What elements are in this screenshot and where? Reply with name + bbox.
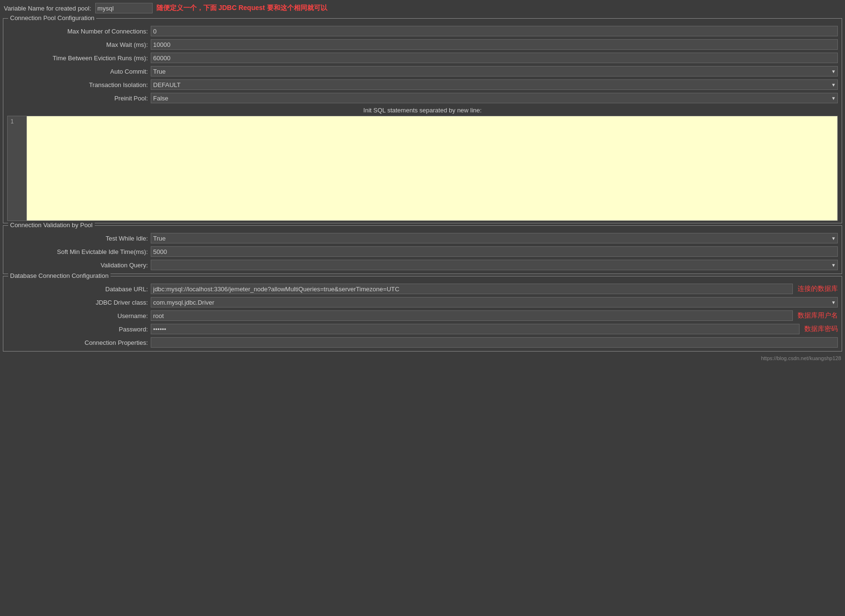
username-row: Username: 数据库用户名 [3, 309, 842, 322]
connection-validation-section: Connection Validation by Pool Test While… [3, 225, 842, 274]
validation-query-select[interactable] [151, 260, 838, 270]
transaction-row: Transaction Isolation: DEFAULT TRANSACTI… [3, 78, 842, 91]
test-idle-select-wrapper: True False ▼ [151, 233, 838, 243]
test-idle-row: Test While Idle: True False ▼ [3, 231, 842, 245]
max-connections-label: Max Number of Connections: [7, 28, 151, 35]
sql-editor-textarea[interactable] [27, 116, 837, 220]
connection-pool-title: Connection Pool Configuration [8, 14, 96, 22]
validation-query-select-wrapper: ▼ [151, 260, 838, 270]
connection-props-row: Connection Properties: [3, 336, 842, 349]
db-url-annotation: 连接的数据库 [798, 285, 838, 293]
username-annotation: 数据库用户名 [798, 311, 838, 320]
max-connections-input[interactable] [151, 26, 838, 36]
jdbc-driver-select[interactable]: com.mysql.jdbc.Driver org.postgresql.Dri… [151, 297, 838, 308]
connection-props-label: Connection Properties: [7, 339, 151, 346]
footer-bar: https://blog.csdn.net/kuangshp128 [0, 353, 845, 363]
database-config-title: Database Connection Configuration [8, 272, 111, 279]
db-url-row: Database URL: 连接的数据库 [3, 282, 842, 296]
max-connections-row: Max Number of Connections: [3, 24, 842, 38]
footer-url: https://blog.csdn.net/kuangshp128 [761, 355, 841, 361]
variable-name-label: Variable Name for created pool: [4, 5, 91, 12]
preinit-select[interactable]: False True [151, 93, 838, 103]
max-wait-label: Max Wait (ms): [7, 41, 151, 48]
sql-editor-container: 1 [7, 116, 838, 221]
validation-query-label: Validation Query: [7, 262, 151, 269]
variable-name-input[interactable] [95, 3, 153, 13]
jdbc-driver-row: JDBC Driver class: com.mysql.jdbc.Driver… [3, 296, 842, 309]
db-url-input[interactable] [151, 284, 793, 294]
main-container: Variable Name for created pool: 随便定义一个，下… [0, 0, 845, 616]
password-annotation: 数据库密码 [804, 325, 838, 333]
max-wait-row: Max Wait (ms): [3, 38, 842, 51]
max-wait-input[interactable] [151, 39, 838, 50]
password-label: Password: [7, 326, 151, 333]
variable-name-annotation: 随便定义一个，下面 JDBC Request 要和这个相同就可以 [156, 4, 327, 12]
line-number-1: 1 [11, 118, 23, 125]
init-sql-label: Init SQL statements separated by new lin… [3, 105, 842, 116]
line-numbers: 1 [8, 116, 27, 220]
transaction-select[interactable]: DEFAULT TRANSACTION_READ_UNCOMMITTED TRA… [151, 79, 838, 90]
soft-min-label: Soft Min Evictable Idle Time(ms): [7, 248, 151, 255]
preinit-select-wrapper: False True ▼ [151, 93, 838, 103]
jdbc-driver-select-wrapper: com.mysql.jdbc.Driver org.postgresql.Dri… [151, 297, 838, 308]
transaction-select-wrapper: DEFAULT TRANSACTION_READ_UNCOMMITTED TRA… [151, 79, 838, 90]
auto-commit-select-wrapper: True False ▼ [151, 66, 838, 77]
auto-commit-label: Auto Commit: [7, 68, 151, 75]
test-idle-label: Test While Idle: [7, 235, 151, 242]
password-input[interactable] [151, 324, 800, 334]
username-label: Username: [7, 312, 151, 319]
database-config-section: Database Connection Configuration Databa… [3, 276, 842, 352]
variable-name-row: Variable Name for created pool: 随便定义一个，下… [0, 0, 845, 16]
preinit-label: Preinit Pool: [7, 95, 151, 102]
jdbc-driver-label: JDBC Driver class: [7, 299, 151, 306]
eviction-label: Time Between Eviction Runs (ms): [7, 55, 151, 62]
username-input[interactable] [151, 310, 793, 321]
auto-commit-select[interactable]: True False [151, 66, 838, 77]
eviction-input[interactable] [151, 53, 838, 63]
preinit-row: Preinit Pool: False True ▼ [3, 91, 842, 105]
connection-validation-title: Connection Validation by Pool [8, 221, 95, 229]
eviction-row: Time Between Eviction Runs (ms): [3, 51, 842, 65]
db-url-label: Database URL: [7, 286, 151, 293]
password-row: Password: 数据库密码 [3, 322, 842, 336]
validation-query-row: Validation Query: ▼ [3, 258, 842, 272]
soft-min-row: Soft Min Evictable Idle Time(ms): [3, 245, 842, 258]
transaction-label: Transaction Isolation: [7, 81, 151, 88]
soft-min-input[interactable] [151, 246, 838, 257]
test-idle-select[interactable]: True False [151, 233, 838, 243]
connection-props-input[interactable] [151, 337, 838, 348]
connection-pool-section: Connection Pool Configuration Max Number… [3, 18, 842, 223]
auto-commit-row: Auto Commit: True False ▼ [3, 65, 842, 78]
